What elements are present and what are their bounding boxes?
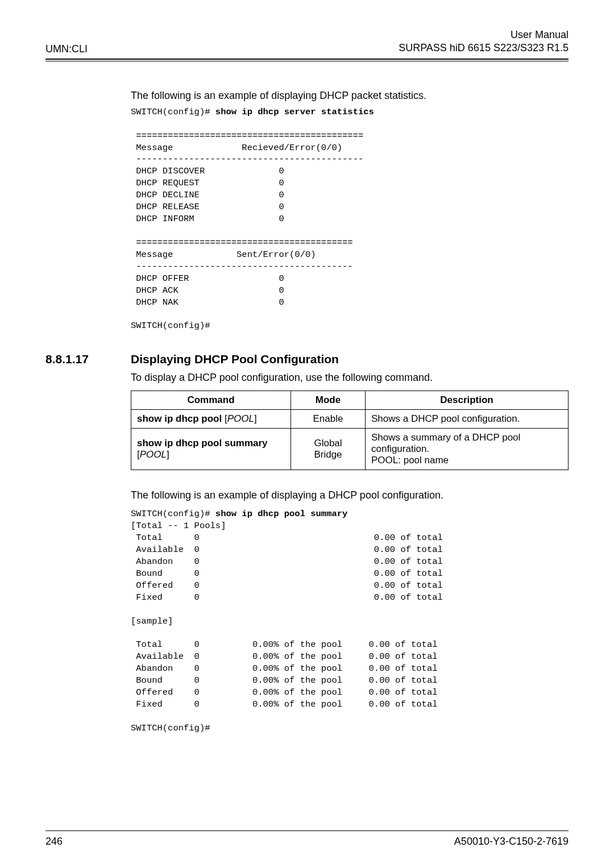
cell-command: show ip dhcp pool summary [POOL] xyxy=(131,429,291,470)
section-title: Displaying DHCP Pool Configuration xyxy=(131,352,339,366)
section-paragraph-1: To display a DHCP pool configuration, us… xyxy=(131,372,569,384)
mode-line2: Bridge xyxy=(314,449,342,460)
bracket-close: ] xyxy=(167,449,169,460)
cell-desc: Shows a summary of a DHCP pool configura… xyxy=(366,429,569,470)
cmd-bold: show ip dhcp pool summary xyxy=(137,438,268,448)
section-heading: 8.8.1.17 Displaying DHCP Pool Configurat… xyxy=(45,352,569,366)
table-row: show ip dhcp pool summary [POOL] Global … xyxy=(131,429,569,470)
cell-mode: Global Bridge xyxy=(291,429,366,470)
cli-output: [Total -- 1 Pools] Total 0 0.00 of total… xyxy=(131,521,443,733)
section-number: 8.8.1.17 xyxy=(45,352,131,366)
table-row: show ip dhcp pool [POOL] Enable Shows a … xyxy=(131,410,569,429)
th-mode: Mode xyxy=(291,391,366,410)
cell-command: show ip dhcp pool [POOL] xyxy=(131,410,291,429)
header-rule xyxy=(45,61,569,61)
code-block-2: SWITCH(config)# show ip dhcp pool summar… xyxy=(131,508,569,734)
code-block-1: SWITCH(config)# show ip dhcp server stat… xyxy=(131,106,569,333)
cmd-italic: POOL xyxy=(227,413,254,424)
cli-command: show ip dhcp server statistics xyxy=(215,107,374,117)
intro-paragraph: The following is an example of displayin… xyxy=(131,90,569,102)
cell-mode: Enable xyxy=(291,410,366,429)
footer-doc-id: A50010-Y3-C150-2-7619 xyxy=(454,836,569,848)
footer-page-number: 246 xyxy=(45,836,63,848)
cli-command: show ip dhcp pool summary xyxy=(215,509,348,519)
header-right-line1: User Manual xyxy=(399,28,569,41)
cell-desc: Shows a DHCP pool configuration. xyxy=(366,410,569,429)
page: UMN:CLI User Manual SURPASS hiD 6615 S22… xyxy=(0,0,614,868)
cli-output: ========================================… xyxy=(131,131,363,331)
bracket-close: ] xyxy=(254,413,257,424)
header-right: User Manual SURPASS hiD 6615 S223/S323 R… xyxy=(399,28,569,55)
desc-line1: Shows a summary of a DHCP pool configura… xyxy=(371,432,520,454)
th-command: Command xyxy=(131,391,291,410)
th-description: Description xyxy=(366,391,569,410)
desc-line2: POOL: pool name xyxy=(371,455,449,466)
cmd-italic: POOL xyxy=(140,449,167,460)
cli-prompt: SWITCH(config)# xyxy=(131,107,215,117)
header-left: UMN:CLI xyxy=(45,43,88,55)
cli-prompt: SWITCH(config)# xyxy=(131,509,215,519)
section-paragraph-2: The following is an example of displayin… xyxy=(131,489,569,501)
command-table: Command Mode Description show ip dhcp po… xyxy=(131,391,569,470)
mode-line1: Global xyxy=(314,438,342,448)
table-header-row: Command Mode Description xyxy=(131,391,569,410)
cmd-bold: show ip dhcp pool xyxy=(137,413,222,424)
page-header: UMN:CLI User Manual SURPASS hiD 6615 S22… xyxy=(45,28,569,60)
page-footer: 246 A50010-Y3-C150-2-7619 xyxy=(45,830,569,848)
header-right-line2: SURPASS hiD 6615 S223/S323 R1.5 xyxy=(399,41,569,55)
